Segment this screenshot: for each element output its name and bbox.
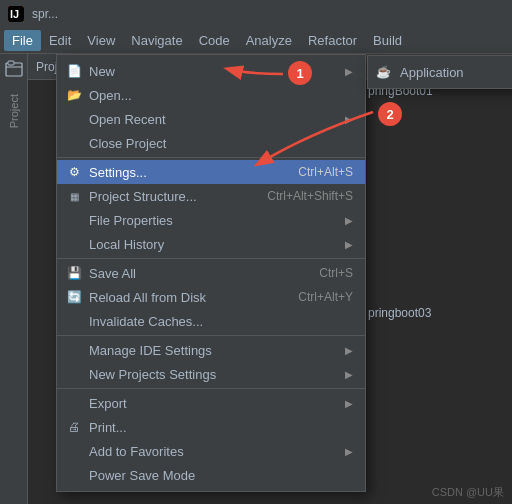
menu-item-reload-label: Reload All from Disk bbox=[89, 290, 282, 305]
project-structure-shortcut: Ctrl+Alt+Shift+S bbox=[267, 189, 353, 203]
app-logo: IJ bbox=[8, 6, 24, 22]
new-projects-arrow: ▶ bbox=[345, 369, 353, 380]
invalidate-icon bbox=[65, 312, 83, 330]
project-item-2: ☕ pringboot03 bbox=[342, 302, 512, 324]
save-all-icon: 💾 bbox=[65, 264, 83, 282]
menu-item-settings-label: Settings... bbox=[89, 165, 282, 180]
menu-item-local-history-label: Local History bbox=[89, 237, 341, 252]
menu-item-file-properties[interactable]: File Properties ▶ bbox=[57, 208, 365, 232]
menu-item-settings[interactable]: ⚙ Settings... Ctrl+Alt+S bbox=[57, 160, 365, 184]
file-properties-arrow: ▶ bbox=[345, 215, 353, 226]
menu-file[interactable]: File bbox=[4, 30, 41, 51]
menu-item-print[interactable]: 🖨 Print... bbox=[57, 415, 365, 439]
submenu-item-application-label: Application bbox=[400, 65, 464, 80]
menu-item-project-structure[interactable]: ▦ Project Structure... Ctrl+Alt+Shift+S bbox=[57, 184, 365, 208]
menu-item-new-projects-label: New Projects Settings bbox=[89, 367, 341, 382]
menu-item-save-all-label: Save All bbox=[89, 266, 303, 281]
add-favorites-arrow: ▶ bbox=[345, 446, 353, 457]
menu-code[interactable]: Code bbox=[191, 30, 238, 51]
menu-item-add-favorites-label: Add to Favorites bbox=[89, 444, 341, 459]
file-properties-icon bbox=[65, 211, 83, 229]
menu-edit[interactable]: Edit bbox=[41, 30, 79, 51]
menu-item-export-label: Export bbox=[89, 396, 341, 411]
add-favorites-icon bbox=[65, 442, 83, 460]
reload-shortcut: Ctrl+Alt+Y bbox=[298, 290, 353, 304]
project-structure-icon: ▦ bbox=[65, 187, 83, 205]
separator-2 bbox=[57, 258, 365, 259]
menu-item-file-properties-label: File Properties bbox=[89, 213, 341, 228]
separator-3 bbox=[57, 335, 365, 336]
title-bar: IJ spr... bbox=[0, 0, 512, 28]
file-menu-dropdown: 📄 New ▶ 📂 Open... Open Recent ▶ Close Pr… bbox=[56, 54, 366, 492]
menu-navigate[interactable]: Navigate bbox=[123, 30, 190, 51]
project-item-label-2: pringboot03 bbox=[368, 306, 431, 320]
menu-item-open[interactable]: 📂 Open... bbox=[57, 83, 365, 107]
separator-1 bbox=[57, 157, 365, 158]
menu-item-invalidate-label: Invalidate Caches... bbox=[89, 314, 353, 329]
power-save-icon bbox=[65, 466, 83, 484]
menu-item-save-all[interactable]: 💾 Save All Ctrl+S bbox=[57, 261, 365, 285]
menu-item-close-project[interactable]: Close Project bbox=[57, 131, 365, 155]
application-icon: ☕ bbox=[376, 65, 391, 79]
sidebar: Project bbox=[0, 54, 28, 504]
menu-item-close-project-label: Close Project bbox=[89, 136, 353, 151]
menu-item-power-save[interactable]: Power Save Mode bbox=[57, 463, 365, 487]
separator-4 bbox=[57, 388, 365, 389]
menu-item-export[interactable]: Export ▶ bbox=[57, 391, 365, 415]
menu-item-local-history[interactable]: Local History ▶ bbox=[57, 232, 365, 256]
settings-icon: ⚙ bbox=[65, 163, 83, 181]
submenu-item-application[interactable]: ☕ Application bbox=[368, 60, 512, 84]
menu-bar: File Edit View Navigate Code Analyze Ref… bbox=[0, 28, 512, 54]
menu-item-open-recent-label: Open Recent bbox=[89, 112, 341, 127]
menu-item-power-save-label: Power Save Mode bbox=[89, 468, 353, 483]
save-all-shortcut: Ctrl+S bbox=[319, 266, 353, 280]
new-arrow: ▶ bbox=[345, 66, 353, 77]
close-project-icon bbox=[65, 134, 83, 152]
export-arrow: ▶ bbox=[345, 398, 353, 409]
settings-shortcut: Ctrl+Alt+S bbox=[298, 165, 353, 179]
open-recent-arrow: ▶ bbox=[345, 114, 353, 125]
menu-item-manage-ide[interactable]: Manage IDE Settings ▶ bbox=[57, 338, 365, 362]
menu-item-new-projects[interactable]: New Projects Settings ▶ bbox=[57, 362, 365, 386]
menu-item-new-label: New bbox=[89, 64, 341, 79]
local-history-icon bbox=[65, 235, 83, 253]
new-submenu: ☕ Application bbox=[367, 55, 512, 89]
manage-ide-icon bbox=[65, 341, 83, 359]
project-name: spr... bbox=[32, 7, 58, 21]
menu-item-new[interactable]: 📄 New ▶ bbox=[57, 59, 365, 83]
reload-icon: 🔄 bbox=[65, 288, 83, 306]
svg-rect-3 bbox=[8, 61, 14, 65]
export-icon bbox=[65, 394, 83, 412]
open-recent-icon bbox=[65, 110, 83, 128]
menu-item-open-recent[interactable]: Open Recent ▶ bbox=[57, 107, 365, 131]
svg-text:IJ: IJ bbox=[10, 8, 19, 20]
menu-refactor[interactable]: Refactor bbox=[300, 30, 365, 51]
menu-item-project-structure-label: Project Structure... bbox=[89, 189, 251, 204]
menu-analyze[interactable]: Analyze bbox=[238, 30, 300, 51]
new-projects-icon bbox=[65, 365, 83, 383]
menu-item-add-favorites[interactable]: Add to Favorites ▶ bbox=[57, 439, 365, 463]
manage-ide-arrow: ▶ bbox=[345, 345, 353, 356]
menu-item-reload[interactable]: 🔄 Reload All from Disk Ctrl+Alt+Y bbox=[57, 285, 365, 309]
right-panel: Project ☕ pringBoot01 ☕ pringboot03 📄 Ne… bbox=[28, 54, 512, 504]
main-area: Project Project ☕ pringBoot01 ☕ pringboo… bbox=[0, 54, 512, 504]
menu-view[interactable]: View bbox=[79, 30, 123, 51]
new-icon: 📄 bbox=[65, 62, 83, 80]
menu-item-open-label: Open... bbox=[89, 88, 353, 103]
project-list: ☕ pringBoot01 ☕ pringboot03 bbox=[342, 80, 512, 324]
sidebar-vertical-label: Project bbox=[6, 90, 22, 135]
sidebar-project-icon[interactable] bbox=[3, 58, 25, 80]
menu-item-manage-ide-label: Manage IDE Settings bbox=[89, 343, 341, 358]
menu-item-print-label: Print... bbox=[89, 420, 353, 435]
watermark: CSDN @UU果 bbox=[432, 485, 504, 500]
print-icon: 🖨 bbox=[65, 418, 83, 436]
menu-build[interactable]: Build bbox=[365, 30, 410, 51]
local-history-arrow: ▶ bbox=[345, 239, 353, 250]
open-icon: 📂 bbox=[65, 86, 83, 104]
menu-item-invalidate[interactable]: Invalidate Caches... bbox=[57, 309, 365, 333]
